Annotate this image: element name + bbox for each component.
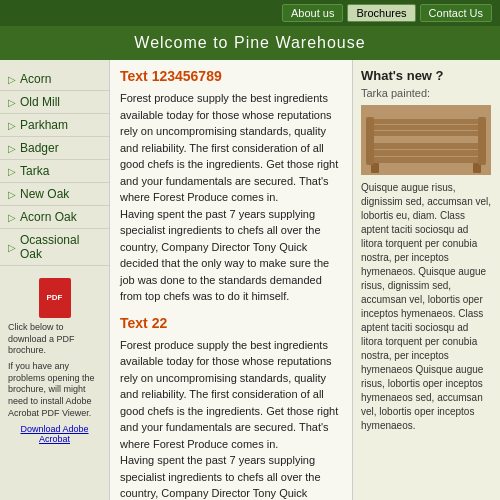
content-area: Text 123456789 Forest produce supply the… — [110, 60, 500, 500]
chevron-icon: ▷ — [8, 143, 16, 154]
article-2-title: Text 22 — [120, 315, 342, 331]
sidebar-item-newoak[interactable]: ▷ New Oak — [0, 183, 109, 206]
article-1: Text 123456789 Forest produce supply the… — [120, 68, 342, 305]
sidebar-item-badger[interactable]: ▷ Badger — [0, 137, 109, 160]
sidebar-item-acorn[interactable]: ▷ Acorn — [0, 68, 109, 91]
article-1-title: Text 123456789 — [120, 68, 342, 84]
sidebar-item-acornoak[interactable]: ▷ Acorn Oak — [0, 206, 109, 229]
chevron-icon: ▷ — [8, 120, 16, 131]
center-content: Text 123456789 Forest produce supply the… — [110, 60, 352, 500]
svg-rect-30 — [366, 119, 486, 124]
brochures-link[interactable]: Brochures — [347, 4, 415, 22]
right-panel: What's new ? Tarka painted: — [352, 60, 500, 500]
svg-rect-36 — [478, 117, 486, 165]
svg-rect-29 — [366, 157, 486, 163]
download-acrobat-link[interactable]: Download Adobe Acrobat — [8, 424, 101, 444]
sidebar-item-tarka[interactable]: ▷ Tarka — [0, 160, 109, 183]
svg-rect-31 — [366, 125, 486, 130]
pdf-problem-text: If you have any problems opening the bro… — [8, 361, 101, 419]
pdf-section: PDF Click below to download a PDF brochu… — [0, 270, 109, 452]
whats-new-subtitle: Tarka painted: — [361, 87, 492, 99]
top-navigation: About us Brochures Contact Us — [0, 0, 500, 26]
sidebar-item-label: Parkham — [20, 118, 68, 132]
pdf-click-text: Click below to download a PDF brochure. — [8, 322, 101, 357]
site-title: Welcome to Pine Warehouse — [134, 34, 365, 51]
sidebar-item-oldmill[interactable]: ▷ Old Mill — [0, 91, 109, 114]
svg-rect-35 — [366, 117, 374, 165]
chevron-icon: ▷ — [8, 242, 16, 253]
chevron-icon: ▷ — [8, 189, 16, 200]
svg-rect-28 — [366, 150, 486, 156]
sidebar-item-label: Tarka — [20, 164, 49, 178]
chevron-icon: ▷ — [8, 212, 16, 223]
chevron-icon: ▷ — [8, 166, 16, 177]
sidebar-item-label: Old Mill — [20, 95, 60, 109]
chevron-icon: ▷ — [8, 74, 16, 85]
whats-new-description: Quisque augue risus, dignissim sed, accu… — [361, 181, 492, 433]
whats-new-title: What's new ? — [361, 68, 492, 83]
article-2: Text 22 Forest produce supply the best i… — [120, 315, 342, 501]
header-banner: Welcome to Pine Warehouse — [0, 26, 500, 60]
sidebar-item-label: New Oak — [20, 187, 69, 201]
sidebar-item-label: Badger — [20, 141, 59, 155]
contact-us-link[interactable]: Contact Us — [420, 4, 492, 22]
chevron-icon: ▷ — [8, 97, 16, 108]
pdf-icon[interactable]: PDF — [39, 278, 71, 318]
sidebar-item-ocassionaloak[interactable]: ▷ Ocassional Oak — [0, 229, 109, 266]
sidebar-item-label: Acorn Oak — [20, 210, 77, 224]
bench-image — [361, 105, 491, 175]
svg-rect-32 — [366, 131, 486, 136]
article-1-text: Forest produce supply the best ingredien… — [120, 90, 342, 305]
main-layout: ▷ Acorn ▷ Old Mill ▷ Parkham ▷ Badger ▷ … — [0, 60, 500, 500]
article-2-text: Forest produce supply the best ingredien… — [120, 337, 342, 501]
sidebar-item-parkham[interactable]: ▷ Parkham — [0, 114, 109, 137]
sidebar: ▷ Acorn ▷ Old Mill ▷ Parkham ▷ Badger ▷ … — [0, 60, 110, 500]
svg-rect-27 — [366, 143, 486, 149]
sidebar-item-label: Acorn — [20, 72, 51, 86]
svg-rect-26 — [361, 105, 491, 175]
about-us-link[interactable]: About us — [282, 4, 343, 22]
sidebar-item-label: Ocassional Oak — [20, 233, 101, 261]
